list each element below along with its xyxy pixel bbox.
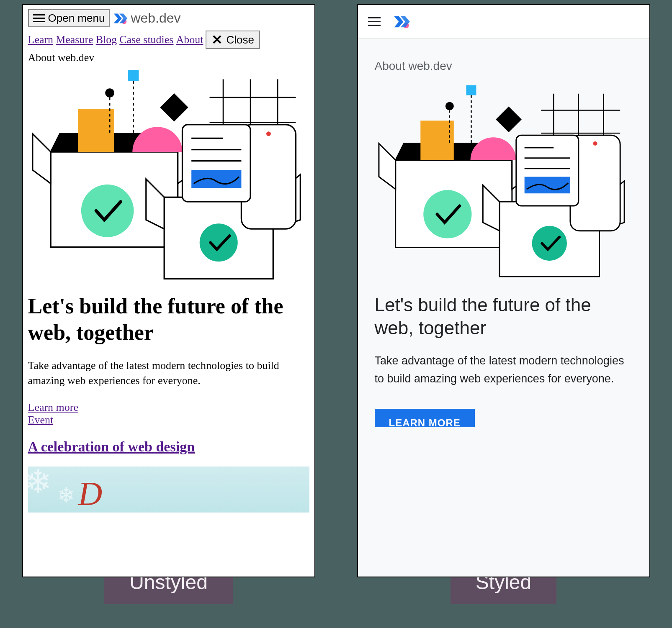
webdev-logo-icon: [112, 10, 128, 26]
event-headline: A celebration of web design: [28, 439, 309, 455]
open-menu-label: Open menu: [48, 12, 105, 25]
unstyled-topbar: Open menu web.dev: [28, 9, 309, 27]
open-menu-button[interactable]: Open menu: [28, 9, 110, 27]
styled-header: [358, 5, 649, 38]
nav-link-case-studies[interactable]: Case studies: [119, 33, 173, 46]
event-headline-link[interactable]: A celebration of web design: [28, 439, 195, 454]
page-subhead: Take advantage of the latest modern tech…: [375, 352, 633, 388]
hamburger-icon: [33, 12, 45, 24]
page-headline: Let's build the future of the web, toget…: [28, 293, 309, 346]
learn-more-link[interactable]: Learn more: [28, 401, 309, 414]
brand-logo: web.dev: [112, 10, 180, 26]
hero-illustration: [28, 66, 309, 283]
nav-link-blog[interactable]: Blog: [96, 33, 117, 46]
event-banner-image: ❄ ❄ D: [28, 467, 309, 513]
close-icon: ✕: [211, 33, 223, 46]
close-menu-button[interactable]: ✕ Close: [206, 31, 260, 49]
nav-link-measure[interactable]: Measure: [56, 33, 93, 46]
close-label: Close: [226, 33, 254, 46]
nav-link-about[interactable]: About: [176, 33, 203, 46]
styled-panel: About web.dev Let's build the future of …: [357, 4, 650, 577]
webdev-logo-icon[interactable]: [392, 13, 411, 31]
about-label: About web.dev: [375, 59, 633, 73]
unstyled-nav: Learn Measure Blog Case studies About ✕ …: [28, 31, 309, 49]
unstyled-panel: Open menu web.dev Learn Measure Blog Cas…: [22, 4, 315, 577]
nav-link-learn[interactable]: Learn: [28, 33, 54, 46]
hero-illustration: [375, 81, 633, 281]
page-subhead: Take advantage of the latest modern tech…: [28, 358, 309, 389]
hamburger-icon[interactable]: [368, 15, 381, 28]
event-link[interactable]: Event: [28, 414, 309, 426]
brand-name: web.dev: [131, 10, 180, 26]
about-label: About web.dev: [28, 51, 309, 64]
learn-more-button[interactable]: LEARN MORE: [375, 409, 475, 427]
page-headline: Let's build the future of the web, toget…: [375, 293, 633, 339]
